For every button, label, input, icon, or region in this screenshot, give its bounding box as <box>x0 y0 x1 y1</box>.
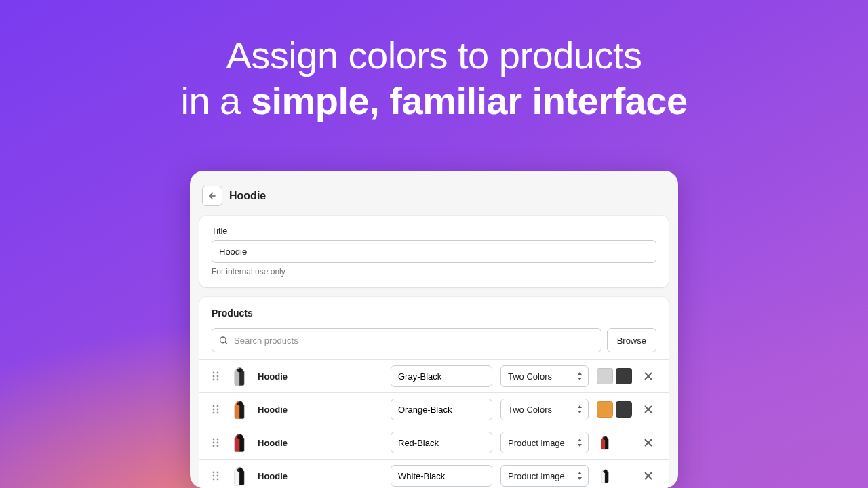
svg-point-8 <box>217 379 219 381</box>
svg-point-5 <box>213 375 215 378</box>
remove-row-button[interactable] <box>640 434 656 451</box>
variant-input[interactable] <box>391 365 492 387</box>
svg-point-23 <box>213 445 215 447</box>
arrow-left-icon <box>208 191 217 201</box>
display-mode-value: Two Colors <box>508 405 552 415</box>
svg-point-13 <box>213 409 215 411</box>
variant-input[interactable] <box>391 465 492 487</box>
title-field-label: Title <box>212 226 656 236</box>
svg-point-22 <box>217 442 219 444</box>
svg-point-19 <box>213 439 215 441</box>
back-button[interactable] <box>202 186 222 206</box>
swatch-1[interactable] <box>597 401 613 418</box>
close-icon <box>644 405 652 413</box>
display-mode-select[interactable]: Product image <box>500 432 589 453</box>
headline-line2-prefix: in a <box>180 79 250 122</box>
title-card: Title For internal use only <box>199 216 669 287</box>
display-mode-value: Product image <box>508 471 565 481</box>
svg-point-16 <box>217 412 219 414</box>
svg-point-20 <box>217 439 219 441</box>
product-thumbnail <box>229 399 250 420</box>
svg-point-12 <box>217 405 219 407</box>
svg-point-1 <box>220 337 226 343</box>
page-title: Hoodie <box>229 190 266 202</box>
select-arrows-icon <box>577 372 583 380</box>
close-icon <box>644 472 652 480</box>
title-input[interactable] <box>212 240 656 263</box>
drag-handle-icon[interactable] <box>212 470 221 481</box>
drag-handle-icon[interactable] <box>212 437 221 448</box>
product-name: Hoodie <box>258 405 382 415</box>
select-arrows-icon <box>577 472 583 480</box>
product-row: Hoodie Two Colors <box>199 359 669 392</box>
svg-point-24 <box>217 445 219 447</box>
display-mode-select[interactable]: Two Colors <box>500 365 589 387</box>
close-icon <box>644 372 652 380</box>
search-products-input[interactable] <box>212 328 601 352</box>
product-name: Hoodie <box>258 471 382 481</box>
remove-row-button[interactable] <box>640 468 656 484</box>
headline-line1: Assign colors to products <box>226 34 642 77</box>
mini-thumb[interactable] <box>597 467 613 485</box>
variant-input[interactable] <box>391 399 492 420</box>
product-thumbnail <box>229 465 250 487</box>
select-arrows-icon <box>577 439 583 447</box>
products-card: Products Browse Hoodie Two Colors <box>199 297 669 488</box>
svg-point-6 <box>217 375 219 378</box>
close-icon <box>644 439 652 447</box>
product-name: Hoodie <box>258 371 382 382</box>
display-mode-value: Two Colors <box>508 371 552 382</box>
display-mode-value: Product image <box>508 438 565 448</box>
svg-point-7 <box>213 379 215 381</box>
swatch-1[interactable] <box>597 368 613 384</box>
product-row: Hoodie Two Colors <box>199 392 669 426</box>
product-row: Hoodie Product image <box>199 459 669 488</box>
svg-point-29 <box>213 475 215 477</box>
browse-button[interactable]: Browse <box>607 328 656 352</box>
svg-point-31 <box>213 479 215 481</box>
product-name: Hoodie <box>258 438 382 448</box>
svg-point-4 <box>217 372 219 374</box>
product-thumbnail <box>229 432 250 453</box>
svg-point-15 <box>213 412 215 414</box>
title-helper-text: For internal use only <box>212 267 656 277</box>
svg-point-30 <box>217 475 219 477</box>
remove-row-button[interactable] <box>640 401 656 418</box>
headline-line2-bold: simple, familiar interface <box>251 79 688 122</box>
display-mode-select[interactable]: Two Colors <box>500 399 589 420</box>
product-image-preview <box>597 467 632 485</box>
svg-line-2 <box>225 342 227 344</box>
svg-point-14 <box>217 409 219 411</box>
product-thumbnail <box>229 365 250 387</box>
product-image-preview <box>597 434 632 451</box>
color-swatches <box>597 401 632 418</box>
select-arrows-icon <box>577 405 583 413</box>
svg-point-21 <box>213 442 215 444</box>
products-heading: Products <box>212 308 656 319</box>
marketing-headline: Assign colors to products in a simple, f… <box>0 33 868 123</box>
svg-point-32 <box>217 479 219 481</box>
remove-row-button[interactable] <box>640 368 656 384</box>
svg-point-3 <box>213 372 215 374</box>
svg-point-27 <box>213 472 215 474</box>
svg-point-28 <box>217 472 219 474</box>
drag-handle-icon[interactable] <box>212 404 221 415</box>
mini-thumb[interactable] <box>597 434 613 451</box>
color-swatches <box>597 368 632 384</box>
display-mode-select[interactable]: Product image <box>500 465 589 487</box>
svg-point-11 <box>213 405 215 407</box>
variant-input[interactable] <box>391 432 492 453</box>
swatch-2[interactable] <box>616 401 632 418</box>
swatch-2[interactable] <box>616 368 632 384</box>
drag-handle-icon[interactable] <box>212 371 221 382</box>
search-icon <box>218 336 229 346</box>
product-row: Hoodie Product image <box>199 426 669 459</box>
app-panel: Hoodie Title For internal use only Produ… <box>190 171 678 488</box>
